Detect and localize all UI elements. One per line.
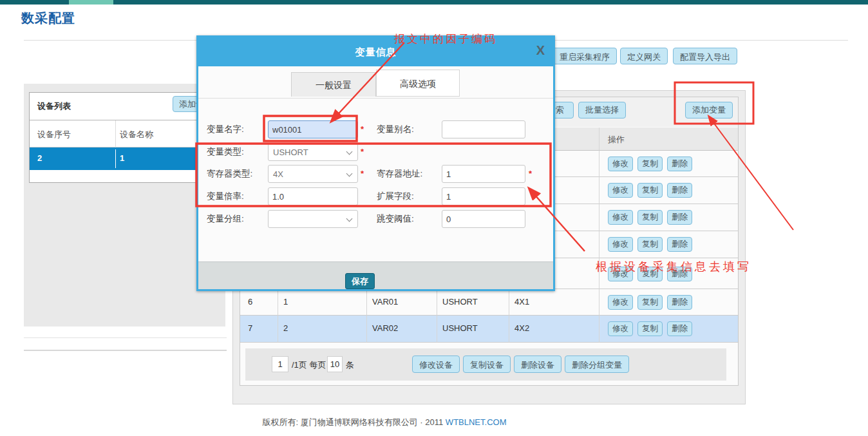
variable-name-label: 变量名字:: [207, 124, 244, 135]
chevron-down-icon: [346, 216, 353, 222]
variable-ratio-input[interactable]: [268, 187, 358, 205]
section-divider-2: [24, 350, 227, 351]
delete-button[interactable]: 删除: [667, 237, 692, 252]
register-type-select[interactable]: 4X: [268, 165, 358, 183]
device-row-divider: [115, 149, 116, 168]
modal-title: 变量信息: [198, 46, 553, 59]
define-gateway-button[interactable]: 定义网关: [620, 48, 668, 64]
device-row-empty: [30, 170, 220, 182]
delete-button[interactable]: 删除: [667, 183, 692, 198]
modify-button[interactable]: 修改: [608, 210, 633, 225]
device-list-title: 设备列表: [37, 100, 71, 112]
required-mark: *: [529, 169, 532, 178]
device-row-selected[interactable]: 2 1: [30, 147, 220, 170]
page-count-label: /1页 每页: [292, 359, 326, 371]
ops-header: 操作: [599, 128, 738, 151]
device-name-value: 1: [120, 153, 124, 163]
pagination-bar: /1页 每页 条 修改设备复制设备删除设备删除分组变量: [245, 348, 726, 381]
register-type-label: 寄存器类型:: [207, 168, 252, 180]
modal-header: 变量信息 X: [198, 37, 553, 66]
section-divider-1: [24, 337, 227, 338]
modify-device-button[interactable]: 修改设备: [412, 355, 460, 373]
copy-button[interactable]: 复制: [637, 267, 663, 281]
save-button[interactable]: 保存: [345, 273, 375, 289]
variable-type-label: 变量类型:: [207, 146, 244, 158]
page-title: 数采配置: [21, 10, 75, 27]
delete-button[interactable]: 删除: [667, 156, 692, 171]
modal-footer: [198, 261, 553, 289]
variable-info-modal: 变量信息 X 一般设置 高级选项 变量名字: * 变量别名: 变量类型: USH…: [196, 35, 555, 291]
page-number-input[interactable]: [272, 356, 288, 372]
device-col-serial: 设备序号: [37, 129, 71, 140]
jump-threshold-input[interactable]: [442, 210, 525, 228]
footer: 版权所有: 厦门物通博联网络科技有限公司 · 2011 WTBLNET.COM: [0, 417, 769, 428]
modify-button[interactable]: 修改: [608, 295, 633, 310]
required-mark: *: [361, 124, 364, 134]
delete-button[interactable]: 删除: [667, 321, 692, 336]
tab-general-settings[interactable]: 一般设置: [291, 72, 376, 97]
page-unit-label: 条: [346, 359, 354, 371]
add-variable-button[interactable]: 添加变量: [685, 102, 733, 118]
extended-field-input[interactable]: [442, 187, 525, 205]
variable-name-input[interactable]: [268, 120, 358, 138]
modify-button[interactable]: 修改: [608, 321, 633, 336]
copy-button[interactable]: 复制: [637, 237, 663, 252]
batch-select-button[interactable]: 批量选择: [578, 102, 626, 118]
device-serial-value: 2: [37, 153, 42, 163]
chevron-down-icon: [346, 171, 353, 177]
device-col-name: 设备名称: [120, 129, 153, 140]
variable-alias-input[interactable]: [442, 120, 525, 138]
table-row-selected[interactable]: 7 2 VAR02 USHORT 4X2 修改复制删除: [240, 316, 738, 343]
copyright-text: 版权所有: 厦门物通博联网络科技有限公司 · 2011: [263, 417, 444, 427]
page-size-input[interactable]: [327, 356, 343, 372]
modify-button[interactable]: 修改: [608, 183, 633, 198]
copy-button[interactable]: 复制: [637, 156, 663, 171]
chevron-down-icon: [346, 149, 353, 155]
register-address-input[interactable]: [442, 165, 525, 183]
variable-group-label: 变量分组:: [207, 213, 244, 225]
register-address-label: 寄存器地址:: [377, 168, 422, 180]
copy-button[interactable]: 复制: [637, 321, 663, 336]
variable-ratio-label: 变量倍率:: [207, 191, 244, 202]
device-table-header: 设备序号 设备名称: [30, 120, 220, 147]
copy-button[interactable]: 复制: [637, 210, 663, 225]
tab-advanced-options[interactable]: 高级选项: [376, 70, 460, 97]
delete-device-button[interactable]: 删除设备: [514, 355, 561, 373]
copy-button[interactable]: 复制: [637, 183, 663, 198]
variable-type-select[interactable]: USHORT: [268, 143, 358, 161]
jump-threshold-label: 跳变阈值:: [377, 213, 414, 225]
required-mark: *: [361, 169, 364, 178]
top-bar-accent-segment: [69, 0, 113, 5]
modify-button[interactable]: 修改: [608, 156, 633, 171]
extended-field-label: 扩展字段:: [377, 191, 414, 202]
delete-group-vars-button[interactable]: 删除分组变量: [565, 355, 629, 373]
copy-button[interactable]: 复制: [637, 295, 663, 310]
delete-button[interactable]: 删除: [667, 210, 692, 225]
restart-collector-button[interactable]: 重启采集程序: [552, 48, 617, 64]
variable-group-select[interactable]: [268, 210, 358, 228]
close-icon[interactable]: X: [536, 43, 545, 58]
modify-button[interactable]: 修改: [608, 267, 633, 281]
table-row[interactable]: 6 1 VAR01 USHORT 4X1 修改复制删除: [240, 289, 738, 316]
modify-button[interactable]: 修改: [608, 237, 633, 252]
footer-link[interactable]: WTBLNET.COM: [446, 417, 507, 427]
device-list-title-row: 设备列表 添加设备: [30, 93, 220, 120]
copy-device-button[interactable]: 复制设备: [463, 355, 511, 373]
variable-alias-label: 变量别名:: [377, 124, 414, 135]
config-import-export-button[interactable]: 配置导入导出: [673, 48, 737, 64]
required-mark: *: [361, 147, 364, 156]
delete-button[interactable]: 删除: [667, 267, 692, 281]
device-list-card: 设备列表 添加设备 设备序号 设备名称 2 1: [29, 92, 220, 183]
top-bar: [0, 0, 868, 5]
delete-button[interactable]: 删除: [667, 295, 692, 310]
tabs-baseline: [198, 98, 553, 99]
device-column-divider: [115, 120, 116, 148]
